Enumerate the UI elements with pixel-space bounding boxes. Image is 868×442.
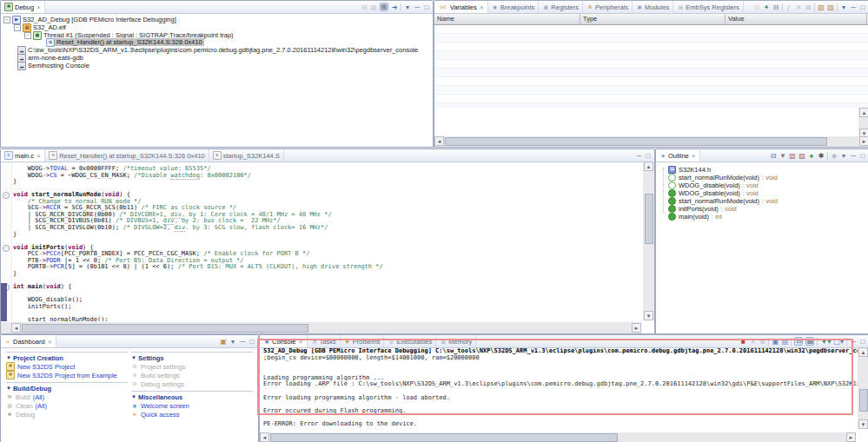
hide-fields-icon[interactable]: ▧ [789,152,796,160]
dashboard-action-quick-access[interactable]: ➤Quick access [131,410,253,419]
dashboard-action-new-s32ds-project[interactable]: ✚New S32DS Project [6,362,128,371]
code-editor[interactable]: −−− WDOG->TOVAL = 0x0000FFFF; /*timeout … [1,162,643,321]
maximize-icon[interactable]: □ [645,152,652,160]
maximize-icon[interactable]: □ [859,152,866,160]
collapse-expander-icon[interactable]: − [14,24,21,31]
collapse-all-icon[interactable]: ⊟ [772,3,779,11]
tab-reset-handler-at-startup-s32k144-s-326-0x410[interactable]: sReset_Handler() at startup_S32K144.S:32… [45,149,209,162]
scroll-lock-icon[interactable]: ⊟ [794,337,803,346]
hscroll-thumb[interactable] [22,324,308,333]
collapse-expander-icon[interactable]: − [24,32,31,39]
editor-hscrollbar[interactable]: ◄ ► [1,322,641,333]
debug-tree-row[interactable]: −▦S32_AD.elf [1,23,433,31]
tab-startup-s32k144-s[interactable]: sstartup_S32K144.S [209,149,284,162]
export-log-icon[interactable]: ▣ [772,338,779,346]
column-header-value[interactable]: Value [726,14,867,24]
scroll-left-icon[interactable]: ◄ [11,323,21,333]
scroll-down-icon[interactable]: ▼ [858,419,868,429]
minimize-icon[interactable]: ─ [850,3,857,11]
dashboard-action-build-all[interactable]: ⚒Build (All) [6,393,128,401]
outline-item-wdog-disable-void[interactable]: WDOG_disable(void) : void [668,189,759,197]
collapse-expander-icon[interactable]: − [3,16,10,23]
minimize-icon[interactable]: ─ [239,338,246,346]
tab-dashboard[interactable]: ⌂Dashboard✕ [1,335,56,347]
variables-table-body[interactable] [434,25,868,103]
collapse-triangle-icon[interactable]: ▼ [6,355,11,360]
close-icon[interactable]: ✕ [36,153,41,159]
dashboard-action-clean-all[interactable]: ▨Clean (All) [6,401,128,410]
scroll-left-icon[interactable]: ◄ [434,136,444,146]
pin-view-icon[interactable]: ▣ [220,338,227,346]
outline-item-initports-void[interactable]: initPorts(void) : void [668,205,737,213]
tab-variables[interactable]: (x)Variables✕ [434,1,488,13]
variables-detail-vscrollbar[interactable]: ▲ ▼ [858,108,868,138]
vscroll-thumb[interactable] [645,194,653,244]
action-link[interactable]: New S32DS Project from Example [17,372,117,379]
minimize-icon[interactable]: ─ [414,3,421,11]
tab-console[interactable]: ▣Console✕ [260,335,308,347]
scroll-right-icon[interactable]: ► [846,432,856,442]
debug-tree[interactable]: −▶S32_AD_Debug [GDB PEMicro Interface De… [1,14,433,148]
collapse-all-icon[interactable]: ⊟ [770,152,777,160]
action-link[interactable]: New S32DS Project [17,363,75,371]
column-header-name[interactable]: Name [434,14,580,24]
minimize-icon[interactable]: ─ [850,338,857,346]
fold-collapse-icon[interactable]: − [3,245,10,252]
tab-modules[interactable]: ▣Modules [633,1,673,13]
close-icon[interactable]: ✕ [48,339,52,345]
close-icon[interactable]: ✕ [299,339,303,345]
dashboard-action-welcome-screen[interactable]: ◉Welcome screen [131,401,253,410]
hide-non-public-members-icon[interactable]: ● [808,152,815,160]
debug-tree-row[interactable]: −●Thread #1 (Suspended : Signal : SIGTRA… [1,31,433,39]
tab-problems[interactable]: ◆Problems [341,335,385,347]
tab-outline[interactable]: ≡Outline✕ [656,149,700,162]
scroll-right-icon[interactable]: ► [859,136,868,146]
open-console-icon[interactable]: ▢▾ [833,338,844,346]
hscroll-thumb[interactable] [270,433,618,442]
outline-item-wdog-disable-void[interactable]: WDOG_disable(void) : void [668,181,759,189]
view-menu-icon[interactable]: ▾ [840,3,847,11]
view-menu-icon[interactable]: ▾ [229,338,236,346]
outline-item-s32k144-h[interactable]: ▤S32K144.h [668,166,711,174]
view-menu-icon[interactable]: ▾ [404,3,411,11]
custom-filters-icon[interactable]: ✱ [818,152,825,160]
debug-tree-row[interactable]: ≡Reset_Handler() at startup_S32K144.S:32… [1,38,433,46]
section-header[interactable]: ▼Project Creation [6,353,128,362]
section-header[interactable]: ▼Miscellaneous [131,393,253,401]
debug-tree-row[interactable]: ▂arm-none-eabi-gdb [1,54,433,62]
vscroll-thumb[interactable] [859,389,868,412]
close-icon[interactable]: ✕ [480,4,484,10]
fold-collapse-icon[interactable]: − [3,192,10,199]
debug-tree-row[interactable]: ▂Semihosting Console [1,62,433,69]
tab-debug[interactable]: ✱Debug✕ [1,1,45,13]
pin-view-icon[interactable]: ▨ [827,3,834,11]
debug-toolbar-toggle-icon[interactable]: ▦ [380,3,388,11]
tab-main-c[interactable]: cmain.c✕ [1,149,45,162]
outline-tree[interactable]: ▤S32K144.hstart_normalRunMode(void) : vo… [656,162,868,334]
copy-log-icon[interactable]: ▤ [781,338,788,346]
sort-icon[interactable]: ▼ [779,152,786,160]
outline-item-main-void[interactable]: main(void) : int [668,213,722,221]
collapse-triangle-icon[interactable]: ▼ [6,386,11,391]
minimize-icon[interactable]: ─ [850,152,857,160]
close-icon[interactable]: ✕ [692,153,696,159]
action-link[interactable]: Quick access [141,411,180,419]
restart-icon[interactable]: ➜ [391,3,398,11]
tab-embsys-registers[interactable]: ▤EmbSys Registers [673,1,744,13]
hscroll-thumb[interactable] [445,137,827,146]
maximize-icon[interactable]: □ [423,3,430,11]
collapse-triangle-icon[interactable]: ▼ [131,355,136,360]
scroll-up-icon[interactable]: ▲ [858,347,868,357]
section-header[interactable]: ▼Build/Debug [6,384,128,393]
variables-hscrollbar[interactable]: ◄ ► [434,136,868,147]
section-header[interactable]: ▼Settings [131,353,253,362]
scroll-up-icon[interactable]: ▲ [644,162,653,171]
show-logical-structure-icon[interactable]: ✦ [763,3,770,11]
scroll-down-icon[interactable]: ▼ [644,311,653,320]
debug-tree-row[interactable]: −▶S32_AD_Debug [GDB PEMicro Interface De… [1,16,433,23]
console-vscrollbar[interactable]: ▲ ▼ [858,347,868,429]
console-hscrollbar[interactable]: ◄ ► [260,432,856,442]
dashboard-action-new-s32ds-project-from-example[interactable]: ✚New S32DS Project from Example [6,371,128,379]
outline-item-start-normalrunmode-void[interactable]: start_normalRunMode(void) : void [668,197,778,205]
collapse-triangle-icon[interactable]: ▼ [131,394,136,399]
